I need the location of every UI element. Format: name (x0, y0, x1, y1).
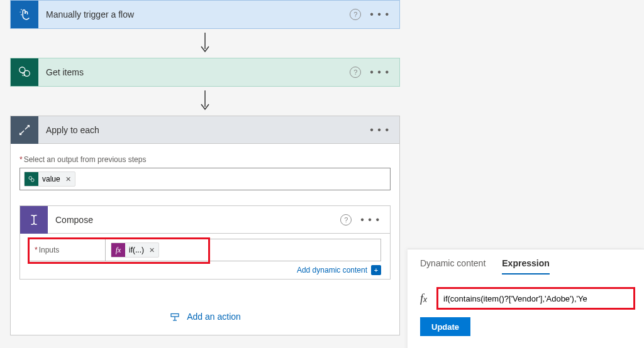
value-token-label: value (42, 175, 60, 183)
svg-point-6 (31, 178, 34, 182)
get-items-card[interactable]: S Get items ? • • • (10, 58, 400, 87)
expression-input[interactable]: if(contains(item()?['Vendor'],'Adobe'),'… (438, 288, 634, 308)
loop-icon (11, 116, 38, 144)
connector-arrow (10, 90, 400, 112)
value-token[interactable]: value ✕ (24, 171, 75, 187)
apply-to-each-title: Apply to each (38, 125, 370, 135)
compose-title: Compose (48, 215, 340, 225)
expression-panel: Dynamic content Expression fx if(contain… (408, 249, 644, 348)
more-icon[interactable]: • • • (370, 125, 389, 135)
apply-to-each-card: Apply to each • • • *Select an output fr… (10, 116, 400, 335)
more-icon[interactable]: • • • (360, 215, 380, 225)
tab-dynamic-content[interactable]: Dynamic content (420, 258, 486, 275)
inputs-row[interactable]: *Inputs fx if(...) ✕ (29, 239, 381, 261)
more-icon[interactable]: • • • (370, 9, 389, 19)
trigger-title: Manually trigger a flow (38, 9, 350, 19)
inputs-field[interactable]: fx if(...) ✕ (105, 239, 380, 261)
fx-chip-icon: fx (111, 243, 125, 257)
help-icon[interactable]: ? (350, 9, 361, 20)
compose-card: Compose ? • • • *Inputs fx if(...) ✕ (19, 205, 391, 280)
select-output-field[interactable]: value ✕ (19, 168, 391, 190)
update-button[interactable]: Update (420, 317, 470, 336)
plus-icon[interactable]: + (371, 265, 381, 275)
select-output-label: *Select an output from previous steps (19, 155, 391, 164)
compose-header[interactable]: Compose ? • • • (20, 206, 390, 234)
touch-icon (11, 1, 38, 28)
add-action-button[interactable]: Add an action (19, 311, 391, 322)
fx-icon: fx (420, 292, 438, 305)
remove-token-icon[interactable]: ✕ (65, 175, 71, 183)
apply-to-each-header[interactable]: Apply to each • • • (11, 116, 399, 144)
get-items-title: Get items (38, 67, 350, 77)
sharepoint-icon: S (11, 58, 38, 86)
inputs-label: *Inputs (30, 246, 105, 254)
add-dynamic-content-link[interactable]: Add dynamic content (297, 266, 367, 275)
sharepoint-chip-icon (25, 172, 38, 186)
tab-expression[interactable]: Expression (502, 258, 549, 275)
more-icon[interactable]: • • • (370, 67, 389, 77)
compose-icon (20, 206, 48, 234)
help-icon[interactable]: ? (340, 214, 352, 226)
fx-token[interactable]: fx if(...) ✕ (111, 242, 159, 258)
help-icon[interactable]: ? (350, 67, 361, 78)
trigger-card[interactable]: Manually trigger a flow ? • • • (10, 0, 400, 29)
add-action-icon (169, 311, 180, 322)
fx-token-label: if(...) (129, 246, 144, 254)
svg-text:S: S (21, 71, 25, 77)
svg-rect-7 (171, 314, 179, 317)
remove-token-icon[interactable]: ✕ (149, 246, 155, 254)
connector-arrow (10, 33, 400, 54)
